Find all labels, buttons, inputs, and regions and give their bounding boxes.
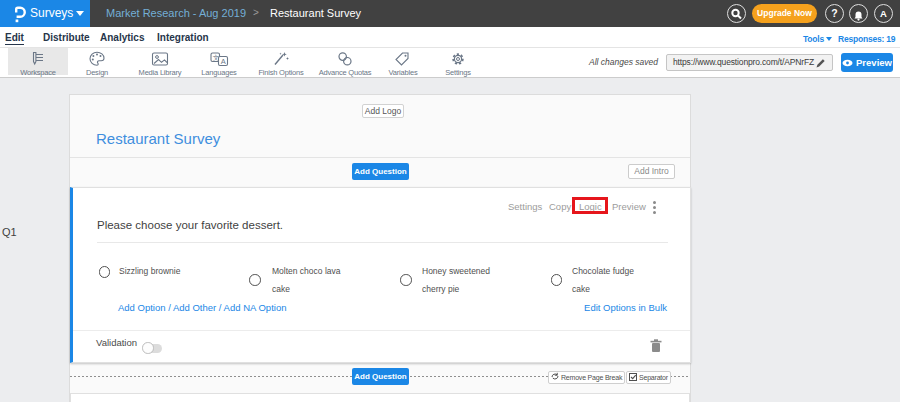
svg-text:A: A bbox=[220, 57, 225, 66]
